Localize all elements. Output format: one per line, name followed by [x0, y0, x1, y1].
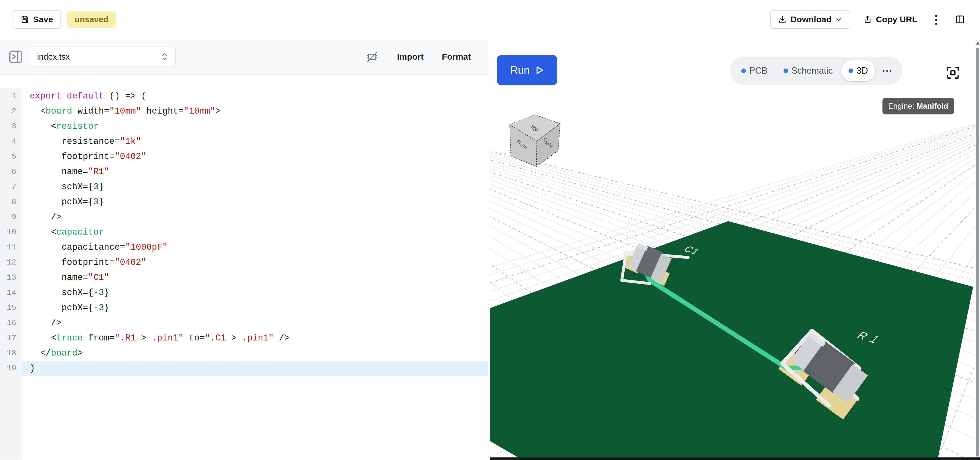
code-text: <board width="10mm" height="10mm">: [22, 103, 488, 119]
tab-3d[interactable]: 3D: [841, 60, 875, 81]
scrollbar-thumb[interactable]: [976, 48, 979, 457]
code-line[interactable]: 11 capacitance="1000pF": [0, 240, 488, 255]
code-text: footprint="0402": [22, 149, 488, 164]
code-line[interactable]: 13 name="C1": [0, 270, 488, 285]
code-text: <trace from=".R1 > .pin1" to=".C1 > .pin…: [22, 330, 488, 345]
line-number: 14: [0, 285, 22, 300]
format-button[interactable]: Format: [442, 52, 471, 62]
code-line[interactable]: 16 />: [0, 315, 488, 330]
code-text: <capacitor: [22, 224, 488, 240]
code-line[interactable]: 15 pcbX={-3}: [0, 300, 488, 315]
line-number: 1: [0, 88, 22, 103]
line-number: 3: [0, 119, 22, 134]
pcb-board[interactable]: [490, 221, 973, 460]
code-line[interactable]: 8 pcbX={3}: [0, 194, 488, 209]
gutter-background: [0, 376, 22, 460]
code-text: </board>: [22, 345, 488, 361]
tabs-more-button[interactable]: ···: [877, 65, 899, 76]
copy-url-button[interactable]: Copy URL: [863, 14, 917, 24]
code-line[interactable]: 10 <capacitor: [0, 224, 488, 240]
line-number: 18: [0, 345, 22, 361]
tab-pcb[interactable]: PCB: [734, 60, 775, 81]
code-lines: 1export default () => (2 <board width="1…: [0, 88, 488, 376]
code-text: schX={-3}: [22, 285, 488, 300]
tab-dot-icon: [848, 68, 853, 73]
bottom-edge-bar: [490, 457, 980, 460]
code-text: pcbX={-3}: [22, 300, 488, 315]
code-editor[interactable]: 1export default () => (2 <board width="1…: [0, 75, 488, 460]
code-line[interactable]: 4 resistance="1k": [0, 134, 488, 149]
code-line[interactable]: 3 <resistor: [0, 119, 488, 134]
line-number: 12: [0, 255, 22, 270]
chevron-down-icon: [835, 16, 842, 23]
autorouter-disabled-icon-button[interactable]: [366, 50, 379, 63]
code-line[interactable]: 12 footprint="0402": [0, 255, 488, 270]
code-text: <resistor: [22, 119, 488, 134]
code-line[interactable]: 17 <trace from=".R1 > .pin1" to=".C1 > .…: [0, 330, 488, 345]
engine-label: Engine:: [888, 102, 915, 111]
run-label: Run: [510, 64, 530, 76]
download-label: Download: [791, 14, 831, 24]
download-icon: [778, 15, 787, 24]
line-number: 4: [0, 134, 22, 149]
file-select[interactable]: index.tsx: [29, 46, 176, 67]
code-line[interactable]: 19): [0, 361, 488, 376]
code-editor-panel: index.tsx Import Format: [0, 39, 488, 460]
vertical-scrollbar[interactable]: [975, 39, 980, 460]
code-line[interactable]: 6 name="R1": [0, 164, 488, 179]
file-name: index.tsx: [37, 52, 161, 62]
chip-off-icon: [366, 50, 379, 63]
view-mode-tabs: PCBSchematic3D···: [730, 57, 902, 85]
fullscreen-button[interactable]: [945, 64, 962, 81]
line-number: 16: [0, 315, 22, 330]
editor-actions: Import Format: [366, 50, 471, 63]
line-number: 17: [0, 330, 22, 345]
save-icon: [21, 15, 29, 24]
code-line[interactable]: 18 </board>: [0, 345, 488, 361]
line-number: 10: [0, 224, 22, 240]
line-number: 11: [0, 240, 22, 255]
code-line[interactable]: 1export default () => (: [0, 88, 488, 103]
line-number: 5: [0, 149, 22, 164]
engine-badge: Engine: Manifold: [883, 98, 954, 115]
topbar-left: Save unsaved: [13, 10, 116, 29]
code-text: capacitance="1000pF": [22, 240, 488, 255]
code-line[interactable]: 5 footprint="0402": [0, 149, 488, 164]
code-line[interactable]: 9 />: [0, 209, 488, 224]
code-line[interactable]: 7 schX={3}: [0, 179, 488, 194]
app-window: Save unsaved Download Copy URL ⋮: [0, 0, 980, 460]
sidebar-toggle-button[interactable]: [7, 48, 24, 65]
code-text: />: [22, 209, 488, 224]
line-number: 8: [0, 194, 22, 209]
code-line[interactable]: 14 schX={-3}: [0, 285, 488, 300]
code-text: name="C1": [22, 270, 488, 285]
import-button[interactable]: Import: [397, 52, 423, 62]
scrollbar-up-arrow-icon[interactable]: [976, 42, 980, 45]
panel-open-icon: [7, 49, 24, 65]
download-button[interactable]: Download: [770, 10, 850, 29]
more-menu-button[interactable]: ⋮: [931, 14, 942, 25]
save-button[interactable]: Save: [13, 10, 61, 29]
select-chevrons-icon: [161, 52, 168, 62]
code-text: />: [22, 315, 488, 330]
toggle-panel-button[interactable]: [955, 14, 965, 24]
tab-label: PCB: [749, 65, 767, 76]
copy-url-label: Copy URL: [876, 14, 917, 24]
code-text: resistance="1k": [22, 134, 488, 149]
tab-label: Schematic: [791, 65, 833, 76]
code-line[interactable]: 2 <board width="10mm" height="10mm">: [0, 103, 488, 119]
line-number: 6: [0, 164, 22, 179]
tab-dot-icon: [783, 68, 788, 73]
tab-schematic[interactable]: Schematic: [776, 60, 840, 81]
play-icon: [535, 66, 544, 75]
code-text: pcbX={3}: [22, 194, 488, 209]
line-number: 13: [0, 270, 22, 285]
share-icon: [863, 15, 872, 24]
layout-panel-icon: [955, 14, 965, 24]
code-text: ): [22, 361, 488, 376]
run-button[interactable]: Run: [497, 55, 557, 85]
line-number: 2: [0, 103, 22, 119]
save-label: Save: [33, 14, 53, 24]
main-split: index.tsx Import Format: [0, 39, 980, 460]
line-number: 9: [0, 209, 22, 224]
